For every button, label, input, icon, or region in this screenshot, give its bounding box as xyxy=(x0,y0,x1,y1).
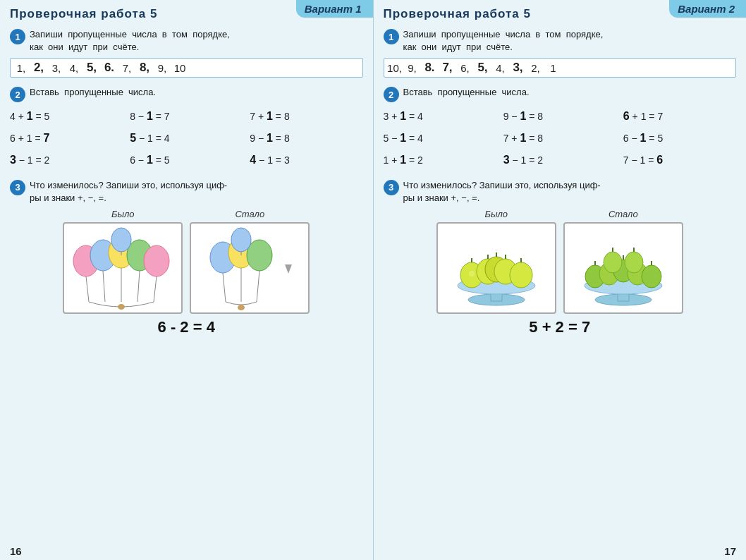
right-n1: 10, xyxy=(387,62,403,74)
left-eq8: 6 − 1 = 5 xyxy=(130,150,243,171)
left-eq7: 3 − 1 = 2 xyxy=(10,150,123,171)
left-section3: 3 Что изменилось? Запиши это, используя … xyxy=(10,179,363,336)
right-was-col: Было xyxy=(436,209,556,314)
right-eq4: 5 − 1 = 4 xyxy=(384,128,496,149)
right-was-became: Было xyxy=(384,209,737,314)
left-was-became: Было xyxy=(10,209,363,314)
left-balloons-svg xyxy=(66,226,179,310)
right-n8: 3, xyxy=(510,61,526,75)
right-s2-header: 2 Вставь пропущенные числа. xyxy=(384,86,737,102)
left-number-row: 1, 2, 3, 4, 5, 6. 7, 8, 9, 10 xyxy=(10,58,363,78)
right-answer-text: 5 + 2 = 7 xyxy=(529,318,590,336)
left-n8: 8, xyxy=(137,61,152,75)
right-eq2: 9 − 1 = 8 xyxy=(503,106,616,127)
left-was-image xyxy=(63,222,183,314)
right-eq1: 3 + 1 = 4 xyxy=(384,106,496,127)
right-n5: 6, xyxy=(458,62,473,74)
right-was-label: Было xyxy=(484,209,508,219)
svg-point-27 xyxy=(469,271,475,276)
svg-marker-22 xyxy=(285,264,292,274)
right-n3: 8. xyxy=(422,61,438,75)
svg-point-21 xyxy=(238,305,245,310)
right-page-num: 17 xyxy=(724,545,736,557)
right-variant: Вариант 2 xyxy=(669,0,746,18)
left-was-col: Было xyxy=(63,209,183,314)
left-s1-header: 1 Запиши пропущенные числа в том порядке… xyxy=(10,28,363,54)
right-number-row: 10, 9, 8. 7, 6, 5, 4, 3, 2, 1 xyxy=(384,58,737,78)
right-s3-text: Что изменилось? Запиши это, используя ци… xyxy=(403,179,601,205)
left-s2-text: Вставь пропущенные числа. xyxy=(30,86,156,99)
right-n6: 5, xyxy=(475,61,491,75)
left-eq4: 6 + 1 = 7 xyxy=(10,128,123,149)
right-eq8: 3 − 1 = 2 xyxy=(503,150,616,171)
left-became-label: Стало xyxy=(235,209,264,219)
left-n1: 1, xyxy=(13,62,29,74)
right-s1-header: 1 Запиши пропущенные числа в том порядке… xyxy=(384,28,737,54)
right-n2: 9, xyxy=(405,62,420,74)
right-was-image xyxy=(436,222,556,314)
right-s2-num: 2 xyxy=(384,87,399,102)
left-answer: 6 - 2 = 4 xyxy=(10,318,363,336)
left-balloons-after-svg xyxy=(193,226,306,310)
left-eq2: 8 − 1 = 7 xyxy=(130,106,243,127)
svg-point-48 xyxy=(642,265,661,288)
right-became-label: Стало xyxy=(609,209,638,219)
right-eq5: 7 + 1 = 8 xyxy=(503,128,616,149)
left-section1: 1 Запиши пропущенные числа в том порядке… xyxy=(10,28,363,78)
left-answer-text: 6 - 2 = 4 xyxy=(158,318,215,336)
right-s1-num: 1 xyxy=(384,29,399,44)
left-s2-header: 2 Вставь пропущенные числа. xyxy=(10,86,363,102)
svg-line-3 xyxy=(103,271,105,302)
left-was-label: Было xyxy=(111,209,135,219)
left-n3: 3, xyxy=(49,62,64,74)
left-s2-num: 2 xyxy=(10,87,25,102)
right-s1-text: Запиши пропущенные числа в том порядке,к… xyxy=(403,28,604,54)
svg-point-19 xyxy=(231,228,251,252)
left-eq-grid: 4 + 1 = 5 8 − 1 = 7 7 + 1 = 8 6 + 1 = 7 … xyxy=(10,106,363,170)
svg-point-52 xyxy=(625,252,643,273)
right-eq6: 6 − 1 = 5 xyxy=(623,128,736,149)
right-answer: 5 + 2 = 7 xyxy=(384,318,737,336)
right-eq-grid: 3 + 1 = 4 9 − 1 = 8 6 + 1 = 7 5 − 1 = 4 … xyxy=(384,106,737,170)
left-s3-text: Что изменилось? Запиши это, используя ци… xyxy=(30,179,227,205)
left-eq1: 4 + 1 = 5 xyxy=(10,106,123,127)
page-container: Проверочная работа 5 Вариант 1 1 Запиши … xyxy=(0,0,746,560)
right-n9: 2, xyxy=(528,62,544,74)
right-s3-header: 3 Что изменилось? Запиши это, используя … xyxy=(384,179,737,205)
right-became-image xyxy=(563,222,683,314)
right-s3-num: 3 xyxy=(384,180,399,195)
right-fruits-before-svg xyxy=(440,226,553,310)
right-eq9: 7 − 1 = 6 xyxy=(623,150,736,171)
left-eq3: 7 + 1 = 8 xyxy=(250,106,362,127)
left-variant: Вариант 1 xyxy=(296,0,373,18)
right-n7: 4, xyxy=(493,62,508,74)
svg-line-9 xyxy=(154,276,157,302)
svg-line-1 xyxy=(86,276,89,302)
svg-line-14 xyxy=(223,273,226,302)
svg-point-8 xyxy=(144,245,169,276)
left-became-image xyxy=(190,222,310,314)
left-n5: 5, xyxy=(84,61,99,75)
right-eq3: 6 + 1 = 7 xyxy=(623,106,736,127)
left-s1-num: 1 xyxy=(10,29,25,44)
left-half: Проверочная работа 5 Вариант 1 1 Запиши … xyxy=(0,0,374,560)
right-half: Проверочная работа 5 Вариант 2 1 Запиши … xyxy=(374,0,747,560)
right-section2: 2 Вставь пропущенные числа. 3 + 1 = 4 9 … xyxy=(384,86,737,170)
left-s1-text: Запиши пропущенные числа в том порядке,к… xyxy=(30,28,230,54)
right-fruits-after-svg xyxy=(567,226,680,310)
left-n2: 2, xyxy=(31,61,47,75)
right-s2-text: Вставь пропущенные числа. xyxy=(403,86,530,99)
right-became-col: Стало xyxy=(563,209,683,314)
svg-point-12 xyxy=(118,304,125,310)
left-page-num: 16 xyxy=(10,545,22,557)
svg-point-10 xyxy=(111,228,131,252)
right-eq7: 1 + 1 = 2 xyxy=(384,150,496,171)
left-s3-num: 3 xyxy=(10,180,25,195)
left-eq9: 4 − 1 = 3 xyxy=(250,150,362,171)
svg-line-7 xyxy=(137,271,140,302)
left-n10: 10 xyxy=(172,62,188,74)
left-n4: 4, xyxy=(66,62,82,74)
svg-point-35 xyxy=(510,262,532,288)
left-became-col: Стало xyxy=(190,209,310,314)
right-n4: 7, xyxy=(440,61,455,75)
